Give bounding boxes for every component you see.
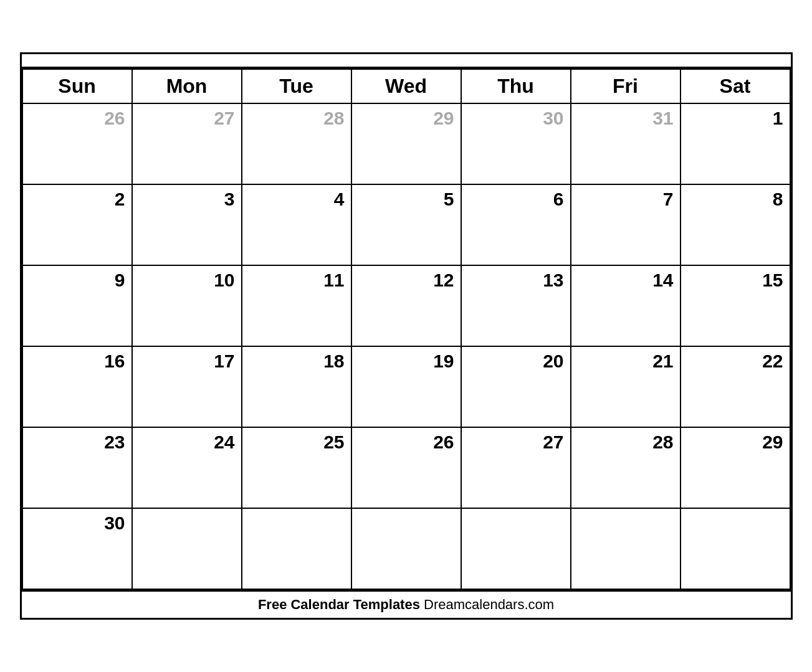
calendar-day-cell: 17 xyxy=(132,346,242,427)
calendar-day-cell: 26 xyxy=(22,103,132,184)
calendar-day-cell: 2 xyxy=(22,184,132,265)
calendar-day-cell: 28 xyxy=(571,427,681,508)
calendar-grid: SunMonTueWedThuFriSat 262728293031123456… xyxy=(22,69,791,590)
calendar-day-cell: 22 xyxy=(681,346,790,427)
calendar-week-row: 9101112131415 xyxy=(22,265,790,346)
day-header-tue: Tue xyxy=(242,69,351,103)
calendar-footer: Free Calendar Templates Dreamcalendars.c… xyxy=(22,590,791,618)
calendar-day-cell: 21 xyxy=(571,346,681,427)
calendar-day-cell: 3 xyxy=(132,184,242,265)
day-header-sat: Sat xyxy=(681,69,790,103)
day-headers-row: SunMonTueWedThuFriSat xyxy=(22,69,790,103)
calendar-week-row: 16171819202122 xyxy=(22,346,790,427)
calendar-day-cell: 11 xyxy=(242,265,351,346)
calendar-day-cell: 13 xyxy=(461,265,571,346)
calendar-day-cell: 12 xyxy=(351,265,461,346)
calendar-day-cell: 19 xyxy=(351,346,461,427)
calendar-title xyxy=(22,54,791,69)
calendar-day-cell: 1 xyxy=(681,103,790,184)
calendar-day-cell: 28 xyxy=(242,103,351,184)
calendar-day-cell: 30 xyxy=(461,103,571,184)
calendar-day-cell: 29 xyxy=(351,103,461,184)
day-header-sun: Sun xyxy=(22,69,132,103)
calendar-day-cell: 25 xyxy=(242,427,351,508)
calendar-day-cell: 8 xyxy=(681,184,790,265)
calendar-day-cell: 27 xyxy=(461,427,571,508)
calendar-day-cell: 18 xyxy=(242,346,351,427)
calendar-day-cell: 30 xyxy=(22,508,132,589)
calendar-day-cell xyxy=(461,508,571,589)
calendar-day-cell xyxy=(571,508,681,589)
calendar-day-cell: 23 xyxy=(22,427,132,508)
day-header-wed: Wed xyxy=(351,69,461,103)
calendar-day-cell: 20 xyxy=(461,346,571,427)
calendar-day-cell: 14 xyxy=(571,265,681,346)
calendar-day-cell: 26 xyxy=(351,427,461,508)
calendar-day-cell: 7 xyxy=(571,184,681,265)
calendar-day-cell: 16 xyxy=(22,346,132,427)
calendar-week-row: 2345678 xyxy=(22,184,790,265)
calendar-week-row: 2627282930311 xyxy=(22,103,790,184)
calendar-day-cell xyxy=(351,508,461,589)
calendar-day-cell: 4 xyxy=(242,184,351,265)
calendar-week-row: 30 xyxy=(22,508,790,589)
day-header-fri: Fri xyxy=(571,69,681,103)
calendar-day-cell: 10 xyxy=(132,265,242,346)
calendar-day-cell: 27 xyxy=(132,103,242,184)
calendar-week-row: 23242526272829 xyxy=(22,427,790,508)
calendar-day-cell xyxy=(681,508,790,589)
calendar-day-cell: 5 xyxy=(351,184,461,265)
calendar-day-cell: 9 xyxy=(22,265,132,346)
calendar-day-cell: 6 xyxy=(461,184,571,265)
calendar-day-cell: 15 xyxy=(681,265,790,346)
day-header-thu: Thu xyxy=(461,69,571,103)
calendar-day-cell: 29 xyxy=(681,427,790,508)
calendar-day-cell: 24 xyxy=(132,427,242,508)
calendar-day-cell: 31 xyxy=(571,103,681,184)
calendar-container: SunMonTueWedThuFriSat 262728293031123456… xyxy=(20,52,793,620)
day-header-mon: Mon xyxy=(132,69,242,103)
calendar-day-cell xyxy=(242,508,351,589)
calendar-day-cell xyxy=(132,508,242,589)
